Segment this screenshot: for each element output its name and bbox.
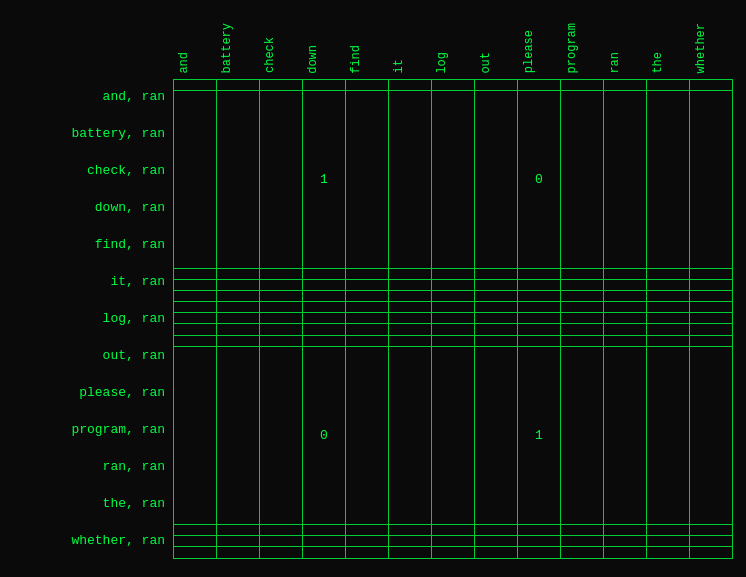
row-label-0: and, ran: [3, 79, 173, 116]
cell-2-11: [647, 268, 690, 279]
cell-6-7: [475, 313, 518, 324]
cell-2-7: [475, 268, 518, 279]
cell-8-7: [475, 335, 518, 346]
cell-6-5: [389, 313, 432, 324]
cell-10-9: [561, 524, 604, 535]
cell-10-12: [690, 524, 733, 535]
row-label-7: out, ran: [3, 337, 173, 374]
cell-5-4: [346, 302, 389, 313]
cell-0-8: [518, 79, 561, 90]
cell-12-5: [389, 547, 432, 558]
cell-5-6: [432, 302, 475, 313]
col-label-please: please: [518, 4, 561, 79]
cell-7-11: [647, 324, 690, 335]
row-label-3: down, ran: [3, 189, 173, 226]
cell-10-4: [346, 524, 389, 535]
table-row: [174, 547, 733, 558]
cell-12-11: [647, 547, 690, 558]
cell-3-10: [604, 279, 647, 290]
cell-0-12: [690, 79, 733, 90]
cell-9-9: [561, 346, 604, 524]
col-label-out: out: [475, 4, 518, 79]
cell-1-6: [432, 90, 475, 268]
cell-11-11: [647, 536, 690, 547]
matrix-container: andbatterycheckdownfinditlogoutpleasepro…: [3, 4, 743, 574]
cell-12-4: [346, 547, 389, 558]
cell-6-12: [690, 313, 733, 324]
cell-11-0: [174, 536, 217, 547]
cell-7-1: [217, 324, 260, 335]
cell-4-5: [389, 291, 432, 302]
cell-6-4: [346, 313, 389, 324]
cell-1-11: [647, 90, 690, 268]
row-label-2: check, ran: [3, 152, 173, 189]
table-row: [174, 313, 733, 324]
cell-12-9: [561, 547, 604, 558]
cell-8-1: [217, 335, 260, 346]
col-label-program: program: [561, 4, 604, 79]
cell-0-4: [346, 79, 389, 90]
cell-3-7: [475, 279, 518, 290]
cell-11-7: [475, 536, 518, 547]
cell-7-6: [432, 324, 475, 335]
cell-5-8: [518, 302, 561, 313]
col-label-and: and: [173, 4, 216, 79]
cell-9-1: [217, 346, 260, 524]
row-labels: and, ranbattery, rancheck, randown, ranf…: [3, 79, 173, 559]
row-label-5: it, ran: [3, 263, 173, 300]
cell-8-8: [518, 335, 561, 346]
cell-8-2: [260, 335, 303, 346]
cell-5-3: [303, 302, 346, 313]
cell-3-1: [217, 279, 260, 290]
cell-7-5: [389, 324, 432, 335]
col-label-the: the: [647, 4, 690, 79]
row-label-8: please, ran: [3, 374, 173, 411]
cell-8-6: [432, 335, 475, 346]
col-label-battery: battery: [216, 4, 259, 79]
cell-8-12: [690, 335, 733, 346]
cell-4-6: [432, 291, 475, 302]
cell-5-12: [690, 302, 733, 313]
cell-5-1: [217, 302, 260, 313]
cell-1-2: [260, 90, 303, 268]
cell-5-7: [475, 302, 518, 313]
cell-2-12: [690, 268, 733, 279]
cell-2-9: [561, 268, 604, 279]
cell-7-0: [174, 324, 217, 335]
cell-4-10: [604, 291, 647, 302]
cell-10-8: [518, 524, 561, 535]
cell-11-9: [561, 536, 604, 547]
cell-9-6: [432, 346, 475, 524]
cell-1-8: 0: [518, 90, 561, 268]
col-label-find: find: [345, 4, 388, 79]
cell-8-9: [561, 335, 604, 346]
cell-2-0: [174, 268, 217, 279]
cell-5-9: [561, 302, 604, 313]
cell-10-2: [260, 524, 303, 535]
cell-8-10: [604, 335, 647, 346]
cell-2-5: [389, 268, 432, 279]
cell-9-5: [389, 346, 432, 524]
cell-6-10: [604, 313, 647, 324]
cell-10-6: [432, 524, 475, 535]
cell-2-3: [303, 268, 346, 279]
cell-1-0: [174, 90, 217, 268]
cell-4-1: [217, 291, 260, 302]
cell-1-4: [346, 90, 389, 268]
cell-11-8: [518, 536, 561, 547]
cell-12-8: [518, 547, 561, 558]
cell-6-3: [303, 313, 346, 324]
cell-11-6: [432, 536, 475, 547]
cell-4-4: [346, 291, 389, 302]
cell-4-3: [303, 291, 346, 302]
cell-5-10: [604, 302, 647, 313]
cell-2-10: [604, 268, 647, 279]
cell-11-5: [389, 536, 432, 547]
cell-3-4: [346, 279, 389, 290]
table-row: [174, 279, 733, 290]
cell-10-0: [174, 524, 217, 535]
cell-7-3: [303, 324, 346, 335]
cell-3-5: [389, 279, 432, 290]
cell-7-2: [260, 324, 303, 335]
matrix-grid: 1001: [173, 79, 733, 559]
